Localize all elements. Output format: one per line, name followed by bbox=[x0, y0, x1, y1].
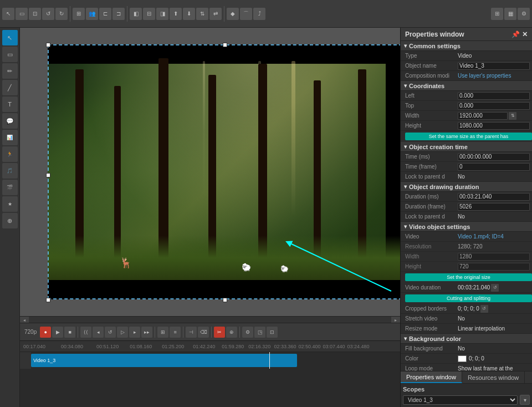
fwd-button[interactable]: ▸▸ bbox=[141, 327, 152, 338]
scopes-select[interactable]: Video 1_3 bbox=[403, 395, 518, 405]
tool-chart[interactable]: 📊 bbox=[2, 130, 18, 145]
toolbar-group-icon[interactable]: 👥 bbox=[86, 8, 98, 20]
frame-grid-button[interactable]: ⊞ bbox=[157, 327, 168, 338]
section-coordinates[interactable]: Coordinates bbox=[401, 81, 532, 91]
section-background-color[interactable]: Background color bbox=[401, 334, 532, 344]
toolbar-flip-icon[interactable]: ⇄ bbox=[209, 8, 222, 20]
set-original-size-button[interactable]: Set the original size bbox=[405, 273, 532, 281]
timeline-playhead[interactable] bbox=[269, 352, 270, 369]
prop-comp-mode-value: Use layer's properties bbox=[458, 73, 530, 79]
tool-speech[interactable]: 💬 bbox=[2, 113, 18, 129]
prop-width-value[interactable]: 1920.000 bbox=[458, 112, 508, 120]
handle-bm[interactable] bbox=[223, 298, 227, 302]
prop-height-value[interactable]: 1080.000 bbox=[458, 122, 530, 130]
prop-object-name-value[interactable]: Video 1_3 bbox=[458, 62, 530, 70]
toolbar-align-top-icon[interactable]: ⬆ bbox=[170, 8, 182, 20]
toolbar-preview-icon[interactable]: ▦ bbox=[504, 8, 516, 20]
prop-vid-width-value[interactable]: 1280 bbox=[458, 253, 530, 261]
prop-video-duration: Video duration 00:03:21.040 ↺ bbox=[401, 283, 532, 293]
loop-button[interactable]: ↺ bbox=[105, 327, 116, 338]
tool-video[interactable]: 🎬 bbox=[2, 180, 18, 195]
tool-move[interactable]: ⊕ bbox=[2, 213, 18, 228]
tab-resources-window[interactable]: Resources window bbox=[462, 372, 525, 383]
tool-pointer[interactable]: ↖ bbox=[2, 30, 18, 45]
tool-pen[interactable]: ✏ bbox=[2, 63, 18, 79]
toolbar-cursor-icon[interactable]: ↖ bbox=[2, 8, 14, 20]
toolbar-align-bottom-icon[interactable]: ⬇ bbox=[183, 8, 195, 20]
tab-properties-window[interactable]: Properties window bbox=[401, 372, 462, 383]
prop-duration-frame-value[interactable]: 5026 bbox=[458, 203, 530, 211]
prop-vid-height-value[interactable]: 720 bbox=[458, 263, 530, 271]
handle-bl[interactable] bbox=[46, 298, 50, 302]
toolbar-bezier-icon[interactable]: ⌒ bbox=[240, 8, 252, 20]
frame-list-button[interactable]: ≡ bbox=[170, 327, 181, 338]
step-fwd-button[interactable]: ▸ bbox=[129, 327, 140, 338]
toolbar-motion-icon[interactable]: ⤴ bbox=[253, 8, 265, 20]
play-button[interactable]: ▶ bbox=[52, 327, 63, 338]
toolbar-grid-icon[interactable]: ⊞ bbox=[491, 8, 503, 20]
tool-line[interactable]: ╱ bbox=[2, 80, 18, 95]
color-swatch[interactable] bbox=[458, 355, 467, 362]
prop-top-value[interactable]: 0.000 bbox=[458, 102, 530, 110]
toolbar-arrange-icon[interactable]: ⊐ bbox=[112, 8, 125, 20]
stop-button[interactable]: ■ bbox=[64, 327, 75, 338]
tool-rectangle[interactable]: ▭ bbox=[2, 47, 18, 62]
prop-duration-ms-value[interactable]: 00:03:21.040 bbox=[458, 193, 530, 201]
toolbar-distribute-icon[interactable]: ⇅ bbox=[196, 8, 208, 20]
prop-left-value[interactable]: 0.000 bbox=[458, 92, 530, 100]
pb-extra-1[interactable]: ◳ bbox=[254, 327, 265, 338]
width-arrow[interactable]: ⇅ bbox=[509, 112, 516, 120]
toolbar-redo-icon[interactable]: ↻ bbox=[55, 8, 68, 20]
toolbar-magnet-icon[interactable]: ⊞ bbox=[73, 8, 85, 20]
prev-frame-button[interactable]: ◂ bbox=[93, 327, 104, 338]
section-video-object-settings[interactable]: Video object settings bbox=[401, 222, 532, 232]
canvas-scrollbar[interactable]: ◂ ▸ bbox=[20, 316, 400, 323]
toolbar-select-icon[interactable]: ▭ bbox=[16, 8, 28, 20]
toolbar-ungroup-icon[interactable]: ⊏ bbox=[99, 8, 111, 20]
scroll-right[interactable]: ▸ bbox=[391, 317, 400, 323]
props-pin-icon[interactable]: 📌 bbox=[511, 30, 520, 38]
split-button[interactable]: ⊣ bbox=[186, 327, 197, 338]
set-same-size-button[interactable]: Set the same size as the parent has bbox=[405, 133, 532, 140]
record-button[interactable]: ● bbox=[40, 327, 51, 338]
prop-video-duration-value: 00:03:21.040 bbox=[458, 284, 490, 291]
prop-width-label: Width bbox=[405, 113, 458, 119]
section-common-settings[interactable]: Common settings bbox=[401, 41, 532, 51]
handle-tm[interactable] bbox=[223, 43, 227, 47]
scopes-arrow[interactable]: ▾ bbox=[520, 395, 530, 405]
cropped-arrow[interactable]: ↺ bbox=[480, 305, 488, 313]
handle-tl[interactable] bbox=[46, 43, 50, 47]
tool-audio[interactable]: 🎵 bbox=[2, 163, 18, 179]
prop-time-ms-value[interactable]: 00:00:00.000 bbox=[458, 153, 530, 161]
tool-motion[interactable]: 🏃 bbox=[2, 146, 18, 162]
cut-icon[interactable]: ✂ bbox=[214, 327, 225, 338]
play-fwd-button[interactable]: ▷ bbox=[117, 327, 128, 338]
track-content-1[interactable]: Video 1_3 bbox=[31, 352, 400, 369]
tool-text[interactable]: T bbox=[2, 96, 18, 112]
pb-extra-2[interactable]: ⊡ bbox=[267, 327, 278, 338]
video-clip[interactable]: Video 1_3 bbox=[31, 354, 297, 367]
tool-effects[interactable]: ★ bbox=[2, 196, 18, 212]
video-duration-arrow[interactable]: ↺ bbox=[491, 284, 499, 292]
prop-time-frame-value[interactable]: 0 bbox=[458, 163, 530, 171]
section-object-creation-time[interactable]: Object creation time bbox=[401, 142, 532, 152]
timeline-settings-icon[interactable]: ⚙ bbox=[242, 327, 253, 338]
paste-icon[interactable]: ⊕ bbox=[226, 327, 237, 338]
toolbar-align-right-icon[interactable]: ◨ bbox=[156, 8, 168, 20]
handle-ml[interactable] bbox=[46, 173, 50, 177]
canvas-area[interactable]: 🦌 🐑 🐑 bbox=[20, 28, 400, 323]
toolbar-keyframe-icon[interactable]: ◆ bbox=[227, 8, 239, 20]
trim-button[interactable]: ⌫ bbox=[198, 327, 209, 338]
toolbar-settings-icon[interactable]: ⚙ bbox=[518, 8, 530, 20]
toolbar-align-center-icon[interactable]: ⊟ bbox=[143, 8, 155, 20]
prop-type-label: Type bbox=[405, 53, 458, 59]
section-object-drawing-duration[interactable]: Object drawing duration bbox=[401, 182, 532, 192]
props-body[interactable]: Common settings Type Video Object name V… bbox=[401, 41, 532, 371]
cutting-splitting-button[interactable]: Cutting and splitting bbox=[405, 294, 532, 302]
props-close-icon[interactable]: ✕ bbox=[522, 30, 528, 38]
toolbar-undo-icon[interactable]: ↺ bbox=[42, 8, 54, 20]
toolbar-screenshot-icon[interactable]: ⊡ bbox=[29, 8, 41, 20]
toolbar-align-left-icon[interactable]: ◧ bbox=[130, 8, 142, 20]
scroll-left[interactable]: ◂ bbox=[20, 317, 29, 323]
rewind-button[interactable]: ⟨⟨ bbox=[80, 327, 91, 338]
